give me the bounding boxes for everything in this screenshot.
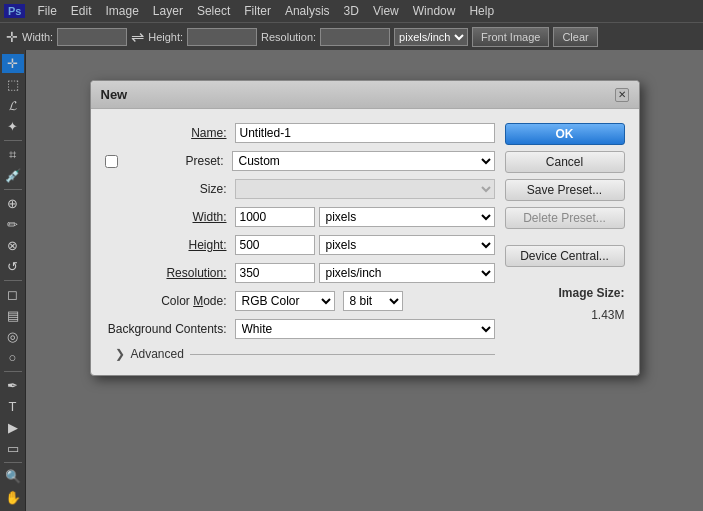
cancel-button[interactable]: Cancel [505, 151, 625, 173]
menu-help[interactable]: Help [463, 2, 500, 20]
toolbar-separator-3 [4, 280, 22, 281]
delete-preset-button[interactable]: Delete Preset... [505, 207, 625, 229]
width-unit-select[interactable]: pixels inches cm mm [319, 207, 495, 227]
front-image-button[interactable]: Front Image [472, 27, 549, 47]
ok-button[interactable]: OK [505, 123, 625, 145]
brush-tool[interactable]: ✏ [2, 215, 24, 234]
options-bar: ✛ Width: ⇌ Height: Resolution: pixels/in… [0, 22, 703, 50]
advanced-label[interactable]: Advanced [131, 347, 184, 361]
advanced-divider [190, 354, 495, 355]
menu-window[interactable]: Window [407, 2, 462, 20]
dialog-title: New [101, 87, 128, 102]
image-size-section: Image Size: 1.43M [505, 283, 625, 326]
path-select-tool[interactable]: ▶ [2, 418, 24, 437]
advanced-toggle-icon[interactable]: ❯ [115, 347, 125, 361]
menu-edit[interactable]: Edit [65, 2, 98, 20]
rect-select-tool[interactable]: ⬚ [2, 75, 24, 94]
magic-wand-tool[interactable]: ✦ [2, 117, 24, 136]
crop-tool[interactable]: ⌗ [2, 145, 24, 164]
menu-image[interactable]: Image [100, 2, 145, 20]
menu-filter[interactable]: Filter [238, 2, 277, 20]
image-size-value: 1.43M [505, 305, 625, 327]
toolbar-separator-4 [4, 371, 22, 372]
toolbar-separator-1 [4, 140, 22, 141]
spot-heal-tool[interactable]: ⊕ [2, 194, 24, 213]
dialog-buttons: OK Cancel Save Preset... Delete Preset..… [505, 123, 625, 361]
menu-view[interactable]: View [367, 2, 405, 20]
color-mode-select[interactable]: RGB Color Bitmap Grayscale CMYK Color La… [235, 291, 335, 311]
bit-depth-select[interactable]: 8 bit 16 bit 32 bit [343, 291, 403, 311]
history-brush-tool[interactable]: ↺ [2, 257, 24, 276]
size-label: Size: [105, 182, 235, 196]
height-unit-select[interactable]: pixels inches cm mm [319, 235, 495, 255]
pen-tool[interactable]: ✒ [2, 376, 24, 395]
width-input-group: pixels inches cm mm [235, 207, 495, 227]
resolution-label: Resolution: [261, 31, 316, 43]
menu-3d[interactable]: 3D [338, 2, 365, 20]
name-input[interactable] [235, 123, 495, 143]
menu-file[interactable]: File [31, 2, 62, 20]
menu-analysis[interactable]: Analysis [279, 2, 336, 20]
lasso-tool[interactable]: 𝓛 [2, 96, 24, 115]
resolution-unit-select[interactable]: pixels/inch pixels/cm [319, 263, 495, 283]
gradient-tool[interactable]: ▤ [2, 306, 24, 325]
resolution-input-group: pixels/inch pixels/cm [235, 263, 495, 283]
name-row: Name: [105, 123, 495, 143]
dialog-form: Name: Preset: Custom Default Photoshop S… [105, 123, 495, 361]
width-input[interactable] [57, 28, 127, 46]
menu-bar: Ps File Edit Image Layer Select Filter A… [0, 0, 703, 22]
save-preset-button[interactable]: Save Preset... [505, 179, 625, 201]
menu-select[interactable]: Select [191, 2, 236, 20]
clear-button[interactable]: Clear [553, 27, 597, 47]
width-label: Width: [22, 31, 53, 43]
resolution-row: Resolution: pixels/inch pixels/cm [105, 263, 495, 283]
type-tool[interactable]: T [2, 397, 24, 416]
eyedropper-tool[interactable]: 💉 [2, 166, 24, 185]
canvas-area: New ✕ Name: Pres [26, 50, 703, 511]
zoom-tool[interactable]: 🔍 [2, 467, 24, 486]
height-label: Height: [148, 31, 183, 43]
color-mode-input-group: RGB Color Bitmap Grayscale CMYK Color La… [235, 291, 495, 311]
color-mode-row: Color Mode: RGB Color Bitmap Grayscale C… [105, 291, 495, 311]
dodge-tool[interactable]: ○ [2, 348, 24, 367]
blur-tool[interactable]: ◎ [2, 327, 24, 346]
color-mode-label: Color Mode: [105, 294, 235, 308]
main-area: ✛ ⬚ 𝓛 ✦ ⌗ 💉 ⊕ ✏ ⊗ ↺ ◻ ▤ ◎ ○ ✒ T ▶ ▭ 🔍 ✋ [0, 50, 703, 511]
resolution-label: Resolution: [105, 266, 235, 280]
height-value-input[interactable] [235, 235, 315, 255]
preset-label: Preset: [122, 154, 232, 168]
dialog-close-button[interactable]: ✕ [615, 88, 629, 102]
toolbar-separator-5 [4, 462, 22, 463]
shape-tool[interactable]: ▭ [2, 439, 24, 458]
preset-select[interactable]: Custom Default Photoshop Size Letter Leg… [232, 151, 495, 171]
dialog-title-bar: New ✕ [91, 81, 639, 109]
height-label: Height: [105, 238, 235, 252]
size-row: Size: [105, 179, 495, 199]
resolution-units-select[interactable]: pixels/inch [394, 28, 468, 46]
eraser-tool[interactable]: ◻ [2, 285, 24, 304]
width-row: Width: pixels inches cm mm [105, 207, 495, 227]
name-label: Name: [105, 126, 235, 140]
toolbar: ✛ ⬚ 𝓛 ✦ ⌗ 💉 ⊕ ✏ ⊗ ↺ ◻ ▤ ◎ ○ ✒ T ▶ ▭ 🔍 ✋ [0, 50, 26, 511]
menu-layer[interactable]: Layer [147, 2, 189, 20]
move-tool[interactable]: ✛ [2, 54, 24, 73]
move-tool-icon: ✛ [6, 29, 18, 45]
size-select[interactable] [235, 179, 495, 199]
height-row: Height: pixels inches cm mm [105, 235, 495, 255]
advanced-row: ❯ Advanced [105, 347, 495, 361]
app-logo: Ps [4, 4, 25, 18]
height-input[interactable] [187, 28, 257, 46]
clone-stamp-tool[interactable]: ⊗ [2, 236, 24, 255]
resolution-input[interactable] [320, 28, 390, 46]
swap-icon: ⇌ [131, 27, 144, 46]
preset-checkbox[interactable] [105, 155, 118, 168]
bg-contents-select[interactable]: White Background Color Transparent [235, 319, 495, 339]
dialog-overlay: New ✕ Name: Pres [26, 50, 703, 511]
preset-row: Preset: Custom Default Photoshop Size Le… [105, 151, 495, 171]
resolution-value-input[interactable] [235, 263, 315, 283]
toolbar-separator-2 [4, 189, 22, 190]
width-label: Width: [105, 210, 235, 224]
width-value-input[interactable] [235, 207, 315, 227]
device-central-button[interactable]: Device Central... [505, 245, 625, 267]
hand-tool[interactable]: ✋ [2, 488, 24, 507]
